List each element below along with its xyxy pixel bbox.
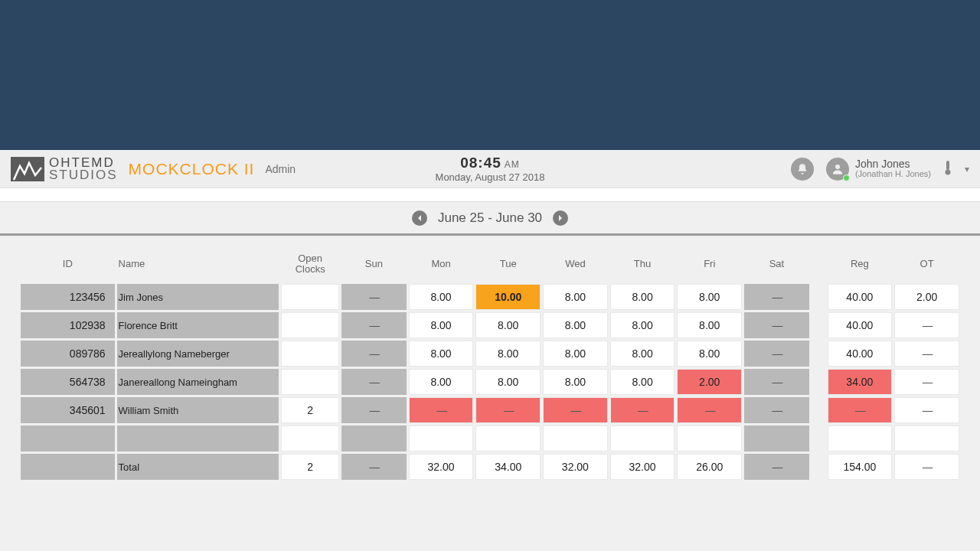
cell-thu[interactable]: 8.00	[610, 284, 675, 310]
cell-open-clocks[interactable]	[281, 341, 339, 367]
prev-week-button[interactable]	[412, 210, 427, 226]
cell-id[interactable]: 102938	[21, 312, 115, 338]
total-label[interactable]: Total	[117, 454, 279, 480]
cell-open-clocks[interactable]: 2	[281, 397, 339, 423]
notifications-button[interactable]	[791, 158, 814, 181]
svg-point-2	[946, 169, 951, 174]
cell-reg[interactable]: 34.00	[828, 369, 893, 395]
total-wed[interactable]: 32.00	[543, 454, 608, 480]
cell-name[interactable]: Jereallylong Nameberger	[117, 341, 279, 367]
cell-mon[interactable]: 8.00	[409, 341, 474, 367]
cell-mon[interactable]: 8.00	[409, 284, 474, 310]
cell-wed[interactable]: ––	[543, 397, 608, 423]
user-menu[interactable]: John Jones (Jonathan H. Jones)	[826, 158, 931, 181]
col-id: ID	[21, 250, 115, 282]
total-sun[interactable]: ––	[341, 454, 407, 480]
cell-wed[interactable]: 8.00	[543, 312, 608, 338]
cell-fri[interactable]: 8.00	[677, 341, 742, 367]
cell-mon[interactable]: ––	[409, 397, 474, 423]
user-full-name: (Jonathan H. Jones)	[855, 170, 931, 179]
timesheet-table: ID Name Open Clocks Sun Mon Tue Wed Thu …	[18, 248, 962, 482]
cell-id[interactable]: 564738	[21, 369, 115, 395]
cell-thu[interactable]: 8.00	[610, 369, 675, 395]
cell-open-clocks[interactable]	[281, 369, 339, 395]
chevron-left-icon	[416, 214, 423, 222]
date-range-bar: June 25 - June 30	[0, 202, 980, 236]
cell-name[interactable]: Janereallong Nameingham	[117, 369, 279, 395]
total-tue[interactable]: 34.00	[475, 454, 541, 480]
cell-sun[interactable]: ––	[341, 341, 407, 367]
cell-name[interactable]: Jim Jones	[117, 284, 279, 310]
cell-sun[interactable]: ––	[341, 284, 407, 310]
table-row-empty	[21, 425, 959, 452]
person-icon	[831, 162, 844, 176]
cell-fri[interactable]: 8.00	[677, 312, 742, 338]
total-thu[interactable]: 32.00	[610, 454, 675, 480]
cell-ot[interactable]: ––	[894, 369, 959, 395]
total-open[interactable]: 2	[281, 454, 339, 480]
next-week-button[interactable]	[553, 210, 568, 226]
total-sat[interactable]: ––	[744, 454, 809, 480]
cell-ot[interactable]: ––	[894, 341, 959, 367]
svg-point-0	[835, 165, 840, 169]
cell-sat[interactable]: ––	[744, 341, 809, 367]
cell-tue[interactable]: ––	[475, 397, 541, 423]
col-ot: OT	[894, 250, 959, 282]
cell-thu[interactable]: 8.00	[610, 341, 675, 367]
cell-reg[interactable]: 40.00	[828, 312, 893, 338]
cell-reg[interactable]: 40.00	[828, 284, 893, 310]
cell-open-clocks[interactable]	[281, 312, 339, 338]
col-open-clocks: Open Clocks	[281, 250, 339, 282]
cell-sun[interactable]: ––	[341, 312, 407, 338]
cell-ot[interactable]: ––	[894, 397, 959, 423]
clock-date: Monday, August 27 2018	[436, 171, 545, 183]
cell-tue[interactable]: 8.00	[475, 312, 541, 338]
cell-mon[interactable]: 8.00	[409, 369, 474, 395]
cell-thu[interactable]: 8.00	[610, 312, 675, 338]
cell-ot[interactable]: ––	[894, 312, 959, 338]
cell-open-clocks[interactable]	[281, 284, 339, 310]
cell-id[interactable]: 345601	[21, 397, 115, 423]
cell-mon[interactable]: 8.00	[409, 312, 474, 338]
timesheet-table-wrap: ID Name Open Clocks Sun Mon Tue Wed Thu …	[0, 236, 980, 494]
cell-ot[interactable]: 2.00	[894, 284, 959, 310]
cell-name[interactable]: William Smith	[117, 397, 279, 423]
cell-thu[interactable]: ––	[610, 397, 675, 423]
total-mon[interactable]: 32.00	[409, 454, 474, 480]
cell-tue[interactable]: 8.00	[475, 369, 541, 395]
cell-sat[interactable]: ––	[744, 284, 809, 310]
date-range-label: June 25 - June 30	[438, 210, 542, 226]
cell-wed[interactable]: 8.00	[543, 284, 608, 310]
cell-sat[interactable]: ––	[744, 397, 809, 423]
cell-sat[interactable]: ––	[744, 369, 809, 395]
total-fri[interactable]: 26.00	[677, 454, 742, 480]
user-display-name: John Jones	[855, 158, 931, 170]
cell-tue[interactable]: 8.00	[475, 341, 541, 367]
chevron-down-icon[interactable]: ▾	[965, 164, 969, 174]
brand-text: OHTEMD STUDIOS	[49, 157, 118, 181]
cell-wed[interactable]: 8.00	[543, 369, 608, 395]
cell-fri[interactable]: 2.00	[677, 369, 742, 395]
total-ot[interactable]: ––	[894, 454, 959, 480]
cell-reg[interactable]: 40.00	[828, 341, 893, 367]
cell-wed[interactable]: 8.00	[543, 341, 608, 367]
cell-reg[interactable]: ––	[828, 397, 893, 423]
cell-id[interactable]: 089786	[21, 341, 115, 367]
col-tue: Tue	[475, 250, 541, 282]
total-reg[interactable]: 154.00	[828, 454, 893, 480]
thermometer-icon[interactable]	[943, 160, 952, 178]
cell-sun[interactable]: ––	[341, 369, 407, 395]
col-fri: Fri	[677, 250, 742, 282]
brand-logo: OHTEMD STUDIOS	[11, 157, 118, 181]
svg-marker-4	[559, 215, 562, 221]
cell-id[interactable]: 123456	[21, 284, 115, 310]
cell-sun[interactable]: ––	[341, 397, 407, 423]
cell-tue[interactable]: 10.00	[475, 284, 541, 310]
table-row: 123456Jim Jones––8.0010.008.008.008.00––…	[21, 284, 959, 310]
brand-mark-icon	[11, 157, 44, 181]
cell-fri[interactable]: 8.00	[677, 284, 742, 310]
cell-sat[interactable]: ––	[744, 312, 809, 338]
app-title: MOCKCLOCK II	[129, 160, 255, 178]
cell-name[interactable]: Florence Britt	[117, 312, 279, 338]
cell-fri[interactable]: ––	[677, 397, 742, 423]
